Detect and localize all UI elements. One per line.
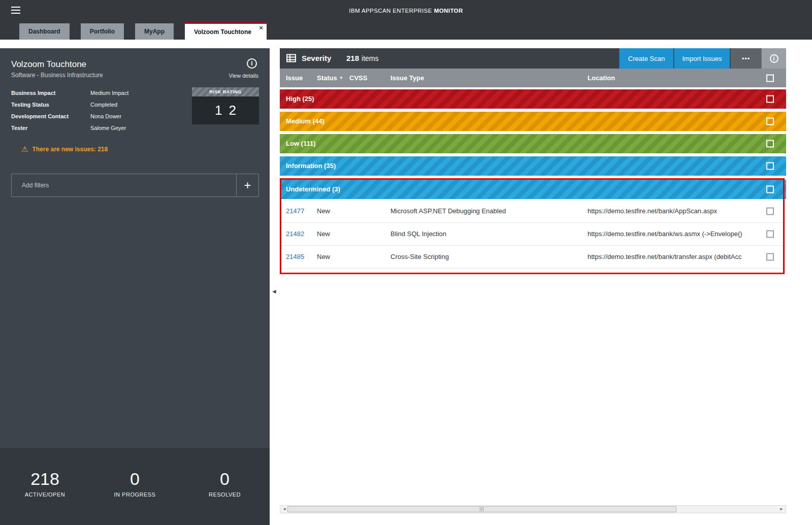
field-row: Testing StatusCompleted — [11, 102, 184, 108]
items-count: 218items — [346, 48, 378, 69]
field-value: Medium Impact — [90, 90, 128, 96]
stat-in-progress: 0 IN PROGRESS — [90, 448, 180, 525]
tab-myapp[interactable]: MyApp — [135, 23, 174, 40]
collapse-panel-icon[interactable]: ◄ — [271, 288, 277, 294]
import-issues-button[interactable]: Import Issues — [674, 48, 730, 69]
issue-status: New — [317, 246, 330, 268]
filter-box: + — [11, 174, 259, 197]
stat-resolved: 0 RESOLVED — [180, 448, 270, 525]
scroll-right-icon[interactable]: ► — [779, 507, 784, 511]
group-checkbox[interactable] — [766, 95, 774, 103]
severity-group-medium[interactable]: Medium (44) — [280, 112, 786, 131]
warning-text: There are new issues: 218 — [32, 146, 108, 153]
issue-type: Microsoft ASP.NET Debugging Enabled — [391, 200, 506, 222]
field-value: Nona Dower — [90, 113, 121, 119]
issue-row[interactable]: 21477 New Microsoft ASP.NET Debugging En… — [280, 200, 786, 223]
tab-label: Portfolio — [90, 28, 115, 35]
add-filters-input[interactable] — [12, 174, 236, 196]
stat-label: RESOLVED — [180, 491, 270, 498]
more-options-button[interactable]: ••• — [730, 48, 761, 69]
risk-rating-box: RISK RATING 12 — [192, 87, 259, 124]
severity-table-icon — [286, 54, 296, 64]
horizontal-scrollbar[interactable]: ◄ ► — [280, 505, 786, 513]
group-label: High (25) — [286, 95, 314, 103]
warning-icon: ⚠ — [21, 145, 28, 154]
row-checkbox[interactable] — [766, 231, 774, 238]
issues-panel-header: Severity 218items Create Scan Import Iss… — [280, 48, 786, 69]
column-status[interactable]: Status▼ — [317, 69, 343, 87]
info-icon: i — [770, 54, 778, 63]
risk-rating-value: 12 — [192, 96, 259, 124]
tab-portfolio[interactable]: Portfolio — [81, 23, 124, 40]
field-row: TesterSalome Geyer — [11, 125, 184, 131]
column-cvss[interactable]: CVSS — [349, 69, 367, 87]
stat-active-open: 218 ACTIVE/OPEN — [0, 448, 90, 525]
stat-value: 218 — [0, 469, 90, 489]
field-value: Completed — [90, 102, 117, 108]
field-label: Testing Status — [11, 102, 90, 108]
group-label: Information (35) — [286, 162, 336, 170]
tab-label: MyApp — [144, 28, 165, 35]
field-row: Development ContactNona Dower — [11, 113, 184, 119]
column-status-label: Status — [317, 74, 337, 82]
page-subtitle: Software - Business Infrastructure — [11, 72, 103, 79]
group-checkbox[interactable] — [766, 162, 774, 170]
issue-id-link[interactable]: 21477 — [286, 200, 304, 222]
app-title-bold: MONITOR — [434, 8, 463, 14]
create-scan-button[interactable]: Create Scan — [619, 48, 673, 69]
severity-title: Severity — [302, 48, 331, 69]
row-checkbox[interactable] — [766, 253, 774, 261]
issue-row[interactable]: 21485 New Cross-Site Scripting https://d… — [280, 246, 786, 269]
view-details-link[interactable]: View details — [229, 73, 259, 79]
scrollbar-thumb[interactable] — [287, 506, 676, 512]
severity-group-low[interactable]: Low (111) — [280, 134, 786, 153]
issue-type: Blind SQL Injection — [391, 223, 446, 245]
field-label: Tester — [11, 125, 90, 131]
scroll-left-icon[interactable]: ◄ — [282, 507, 286, 511]
page-title: Volzoom Touchtone — [11, 59, 86, 70]
issue-location: https://demo.testfire.net/bank/ws.asmx (… — [588, 223, 764, 245]
group-checkbox[interactable] — [766, 118, 774, 125]
tab-bar: Dashboard Portfolio MyApp Volzoom Toucht… — [0, 22, 812, 40]
add-filter-button[interactable]: + — [236, 174, 258, 196]
items-count-value: 218 — [346, 54, 359, 62]
info-icon[interactable]: i — [247, 58, 257, 69]
close-icon[interactable]: × — [259, 24, 263, 31]
row-checkbox[interactable] — [766, 208, 774, 215]
issue-id-link[interactable]: 21482 — [286, 223, 304, 245]
app-sidebar: Volzoom Touchtone Software - Business In… — [0, 48, 270, 525]
panel-info-button[interactable]: i — [761, 48, 786, 69]
app-fields: Business ImpactMedium Impact Testing Sta… — [11, 90, 184, 137]
issue-status: New — [317, 200, 330, 222]
app-title: IBM APPSCAN ENTERPRISEMONITOR — [0, 8, 812, 14]
tab-volzoom-touchtone[interactable]: Volzoom Touchtone × — [185, 22, 267, 40]
group-label: Low (111) — [286, 140, 316, 147]
stat-label: IN PROGRESS — [90, 491, 180, 498]
issue-location: https://demo.testfire.net/bank/transfer.… — [588, 246, 764, 268]
scrollbar-grip — [480, 507, 484, 511]
group-checkbox[interactable] — [766, 140, 774, 148]
stat-label: ACTIVE/OPEN — [0, 491, 90, 498]
group-label: Undetermined (3) — [286, 185, 340, 193]
risk-rating-label: RISK RATING — [192, 87, 259, 96]
severity-group-high[interactable]: High (25) — [280, 89, 786, 109]
group-checkbox[interactable] — [766, 186, 774, 193]
app-title-regular: IBM APPSCAN ENTERPRISE — [349, 8, 432, 14]
table-header: Issue Status▼ CVSS Issue Type Location — [280, 69, 786, 87]
field-value: Salome Geyer — [90, 125, 126, 131]
select-all-checkbox[interactable] — [766, 74, 774, 82]
tab-dashboard[interactable]: Dashboard — [19, 23, 70, 40]
field-row: Business ImpactMedium Impact — [11, 90, 184, 96]
severity-group-undetermined[interactable]: Undetermined (3) — [280, 180, 786, 199]
severity-group-information[interactable]: Information (35) — [280, 156, 786, 176]
items-count-suffix: items — [362, 54, 378, 62]
column-issue-type[interactable]: Issue Type — [391, 69, 424, 87]
column-issue[interactable]: Issue — [286, 69, 303, 87]
tab-label: Dashboard — [28, 28, 60, 35]
column-location[interactable]: Location — [588, 69, 615, 87]
issue-row[interactable]: 21482 New Blind SQL Injection https://de… — [280, 223, 786, 246]
issue-id-link[interactable]: 21485 — [286, 246, 304, 268]
group-label: Medium (44) — [286, 117, 324, 125]
issue-type: Cross-Site Scripting — [391, 246, 449, 268]
issue-location: https://demo.testfire.net/bank/AppScan.a… — [588, 200, 764, 222]
